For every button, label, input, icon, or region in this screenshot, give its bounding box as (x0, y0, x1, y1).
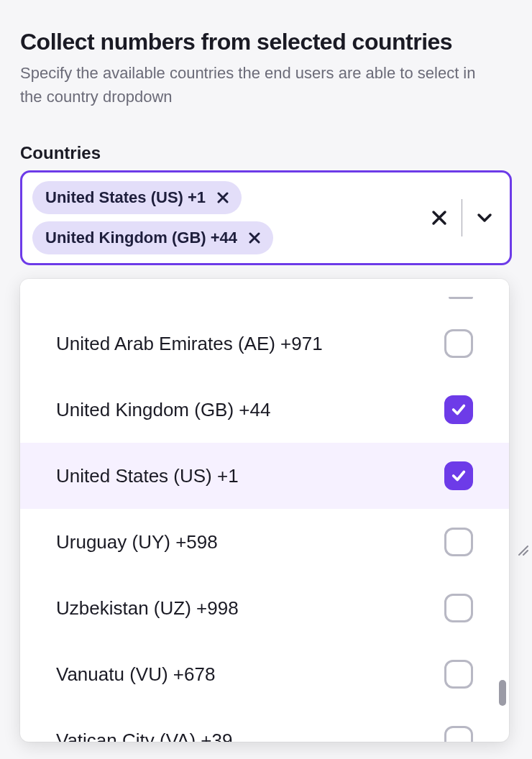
option-uruguay[interactable]: Uruguay (UY) +598 (20, 509, 509, 575)
selected-chips-container: United States (US) +1 United Kingdom (GB… (32, 181, 420, 254)
option-united-states[interactable]: United States (US) +1 (20, 443, 509, 509)
option-label: United States (US) +1 (56, 465, 444, 487)
chip-label: United Kingdom (GB) +44 (45, 229, 237, 247)
select-controls (427, 199, 497, 236)
chip-united-states[interactable]: United States (US) +1 (32, 181, 242, 214)
option-label: United Arab Emirates (AE) +971 (56, 333, 444, 355)
option-vanuatu[interactable]: Vanuatu (VU) +678 (20, 641, 509, 707)
checkbox-checked-icon[interactable] (444, 461, 473, 490)
option-label: Uruguay (UY) +598 (56, 531, 444, 553)
option-label: United Kingdom (GB) +44 (56, 399, 444, 421)
checkbox-icon[interactable] (444, 660, 473, 689)
countries-field-label: Countries (20, 143, 512, 163)
close-icon[interactable] (217, 192, 229, 203)
option-label: Vanuatu (VU) +678 (56, 663, 444, 686)
option-list[interactable]: United Arab Emirates (AE) +971 United Ki… (20, 279, 509, 742)
option-label: Vatican City (VA) +39 (56, 730, 444, 742)
checkbox-icon[interactable] (444, 329, 473, 358)
option-united-kingdom[interactable]: United Kingdom (GB) +44 (20, 377, 509, 443)
resize-grip-icon (516, 543, 529, 556)
page-title: Collect numbers from selected countries (20, 29, 512, 55)
scrollbar-thumb[interactable] (499, 680, 506, 706)
option-united-arab-emirates[interactable]: United Arab Emirates (AE) +971 (20, 310, 509, 377)
chip-united-kingdom[interactable]: United Kingdom (GB) +44 (32, 221, 273, 254)
clear-all-button[interactable] (427, 206, 451, 230)
checkbox-checked-icon[interactable] (444, 395, 473, 424)
option-label: Uzbekistan (UZ) +998 (56, 597, 444, 620)
chip-label: United States (US) +1 (45, 188, 206, 207)
page-subtitle: Specify the available countries the end … (20, 61, 480, 109)
chevron-down-icon[interactable] (472, 206, 497, 230)
checkbox-icon[interactable] (444, 726, 473, 742)
checkbox-icon[interactable] (444, 528, 473, 556)
checkbox-icon[interactable] (444, 594, 473, 622)
option-partial-top (20, 296, 509, 310)
countries-multiselect[interactable]: United States (US) +1 United Kingdom (GB… (20, 170, 512, 265)
option-vatican-city[interactable]: Vatican City (VA) +39 (20, 707, 509, 742)
vertical-divider (462, 199, 462, 236)
close-icon[interactable] (249, 232, 260, 244)
option-uzbekistan[interactable]: Uzbekistan (UZ) +998 (20, 575, 509, 641)
countries-dropdown[interactable]: United Arab Emirates (AE) +971 United Ki… (20, 279, 509, 742)
